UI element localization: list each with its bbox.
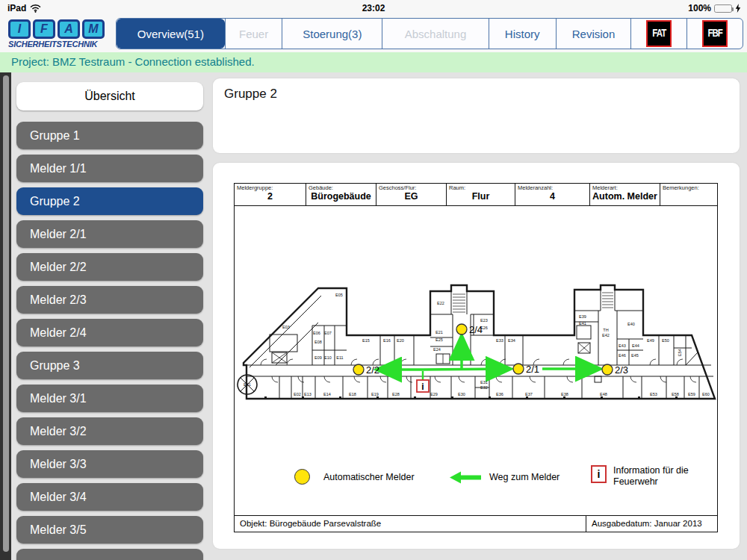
room-label: E44 — [632, 343, 639, 348]
room-label: E60 — [702, 392, 710, 396]
room-label: E09 — [314, 355, 322, 360]
header: I F A M SICHERHEITSTECHNIK Overview(51) … — [0, 16, 747, 52]
sidebar-item-uebersicht[interactable]: Übersicht — [16, 82, 203, 111]
legend-info-icon: i — [591, 465, 607, 483]
room-label: E20 — [397, 338, 404, 343]
charging-bolt-icon — [735, 4, 741, 13]
plan-header-col: Raum:Flur — [446, 184, 515, 205]
logo-letter-tile: I — [8, 19, 31, 39]
sidebar: Übersicht Gruppe 1 Melder 1/1 Gruppe 2 M… — [11, 72, 209, 560]
room-label: E19 — [371, 392, 379, 396]
plan-object-label: Objekt: Bürogebäude Parsevalstraße — [235, 516, 586, 532]
floorplan-legend: Automatischer Melder Weg zum Melder i In… — [235, 460, 717, 515]
room-label: E03 — [282, 325, 290, 329]
legend-route-label: Weg zum Melder — [489, 472, 560, 482]
plan-header-col: Bemerkungen: — [660, 184, 716, 205]
detector-label: 2/2 — [366, 364, 379, 376]
detector-marker[interactable] — [513, 364, 524, 374]
room-label: E48 — [600, 392, 607, 396]
room-label: E08 — [314, 340, 322, 344]
fat-button[interactable]: FAT — [646, 20, 672, 47]
room-label: E41 — [579, 321, 586, 326]
room-label: E13 — [304, 392, 311, 396]
drawer-rail — [0, 72, 11, 560]
room-label: E31 — [480, 380, 488, 385]
room-label: E36 — [496, 392, 503, 396]
sidebar-item-melder-1-1[interactable]: Melder 1/1 — [16, 155, 203, 182]
group-title-panel: Gruppe 2 — [213, 78, 740, 153]
room-label: E07 — [324, 331, 332, 335]
floorplan-sheet: Meldergruppe:2Gebäude:BürogebäudeGeschos… — [234, 183, 718, 532]
ifam-logo: I F A M SICHERHEITSTECHNIK — [8, 19, 113, 49]
sidebar-item-melder-2-3[interactable]: Melder 2/3 — [16, 286, 203, 314]
sidebar-item-melder-2-4[interactable]: Melder 2/4 — [16, 319, 203, 346]
detector-label: 2/4 — [469, 324, 483, 335]
sidebar-item-melder-3-1[interactable]: Melder 3/1 — [16, 385, 203, 412]
room-label: E49 — [647, 338, 654, 343]
room-label: E02 — [294, 392, 301, 396]
tab-history[interactable]: History — [489, 19, 556, 49]
sidebar-item-gruppe-1[interactable]: Gruppe 1 — [16, 122, 203, 149]
detector-label: 2/3 — [615, 364, 628, 376]
route-arrow — [423, 369, 506, 370]
room-label: E33 — [496, 338, 503, 343]
room-label: E40 — [627, 322, 635, 326]
detector-marker[interactable] — [602, 364, 613, 375]
tab-fat[interactable]: FAT — [630, 19, 686, 49]
detector-marker[interactable] — [353, 364, 364, 375]
tab-bar: Overview(51) Feuer Stoerung(3) Abschaltu… — [116, 18, 743, 49]
room-label: E22 — [437, 301, 444, 305]
floorplan-panel: Meldergruppe:2Gebäude:BürogebäudeGeschos… — [213, 163, 740, 549]
sidebar-item-partial[interactable] — [16, 549, 203, 560]
room-label: E25 — [436, 337, 443, 342]
room-label: E54 — [678, 349, 682, 356]
sidebar-item-melder-3-5[interactable]: Melder 3/5 — [16, 516, 203, 544]
room-label: E24 — [433, 347, 441, 352]
sidebar-item-melder-3-2[interactable]: Melder 3/2 — [16, 417, 203, 445]
logo-letter-tile: A — [58, 19, 80, 39]
room-label: E06 — [313, 331, 320, 335]
room-label: E38 — [561, 392, 568, 396]
room-label: E58 — [672, 392, 679, 396]
tab-fbf[interactable]: FBF — [686, 19, 743, 49]
info-point-glyph: i — [421, 382, 424, 392]
room-label: E16 — [383, 338, 391, 343]
tab-stoerung[interactable]: Stoerung(3) — [282, 19, 382, 49]
room-label: E18 — [349, 392, 356, 396]
sidebar-item-gruppe-2[interactable]: Gruppe 2 — [16, 187, 203, 215]
scrollbar-thumb[interactable] — [3, 75, 9, 552]
plan-header-col: Geschoss/Flur:EG — [376, 184, 446, 205]
plan-header-col: Gebäude:Bürogebäude — [306, 184, 376, 205]
tab-abschaltung: Abschaltung — [382, 19, 489, 49]
room-label: E14 — [323, 392, 331, 396]
room-label: E29 — [430, 392, 438, 396]
plan-header-col: Meldergruppe:2 — [235, 184, 306, 205]
sidebar-item-melder-3-3[interactable]: Melder 3/3 — [16, 450, 203, 478]
room-label: E39 — [579, 314, 586, 319]
room-label: E15 — [362, 338, 370, 343]
battery-icon — [714, 4, 732, 13]
sidebar-item-gruppe-3[interactable]: Gruppe 3 — [16, 352, 203, 379]
battery-percent: 100% — [688, 3, 711, 13]
room-label: E37 — [525, 392, 533, 396]
plan-header-col: Melderanzahl:4 — [515, 184, 589, 205]
room-label: E23 — [480, 318, 488, 323]
floorplan-drawing: E05E03E06E07E08E09E10E11E15E16E20E22E21E… — [235, 206, 719, 460]
room-label: E10 — [324, 355, 332, 360]
fbf-button[interactable]: FBF — [702, 20, 728, 47]
legend-info-label: Information für die Feuerwehr — [613, 465, 709, 488]
status-bar: iPad 23:02 100% — [0, 0, 747, 16]
sidebar-item-melder-2-2[interactable]: Melder 2/2 — [16, 253, 203, 281]
detector-marker[interactable] — [456, 324, 467, 335]
room-label: E01 — [244, 382, 251, 387]
tab-revision[interactable]: Revision — [556, 19, 631, 49]
room-label: E53 — [650, 392, 657, 396]
sidebar-item-melder-2-1[interactable]: Melder 2/1 — [16, 220, 203, 248]
tab-overview[interactable]: Overview(51) — [117, 19, 225, 49]
room-label: E59 — [688, 392, 695, 396]
sidebar-item-melder-3-4[interactable]: Melder 3/4 — [16, 483, 203, 511]
room-label: E28 — [392, 392, 400, 396]
room-label: E32 — [480, 385, 488, 390]
room-label: E34 — [508, 338, 515, 343]
logo-letter-tile: F — [33, 19, 55, 39]
